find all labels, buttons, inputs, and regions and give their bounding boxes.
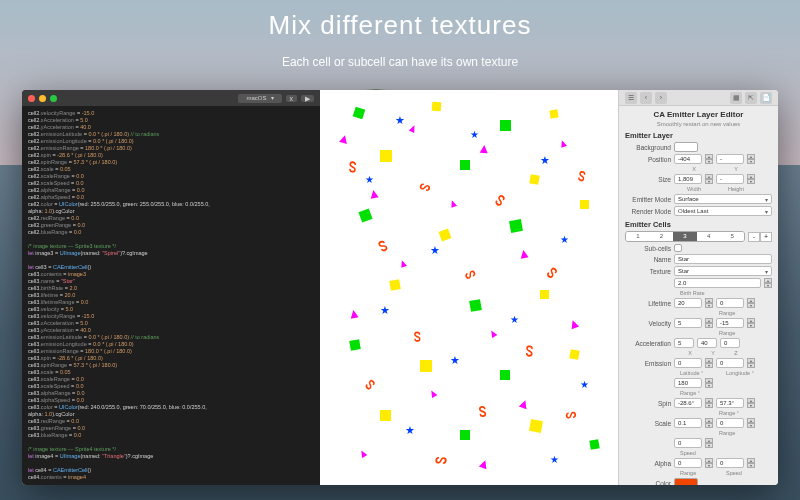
texture-select[interactable]: Star [674,266,772,276]
size-w-stepper[interactable]: ▴▾ [705,174,713,184]
inspector-subtitle: Smoothly restart on new values [625,121,772,127]
accel-label: Acceleration [625,340,671,347]
inspector-title: CA Emitter Layer Editor [625,110,772,119]
background-label: Background [625,144,671,151]
cell-remove-button[interactable]: - [748,232,760,242]
grid-icon[interactable]: ▦ [730,92,742,104]
window-titlebar: macOS▾ x ▶ [22,90,320,106]
emission-lon-field[interactable]: 0 [716,358,744,368]
render-mode-select[interactable]: Oldest Last [674,206,772,216]
velocity-field[interactable]: 5 [674,318,702,328]
subcells-checkbox[interactable] [674,244,682,252]
close-preview-button[interactable]: x [286,95,298,102]
scale-range-field[interactable]: 0 [716,418,744,428]
scale-label: Scale [625,420,671,427]
accel-y-field[interactable]: 40 [697,338,717,348]
play-button[interactable]: ▶ [301,95,314,102]
position-label: Position [625,156,671,163]
emission-range-field[interactable]: 180 [674,378,702,388]
inspector-toolbar: ☰ ‹ › ▦ ⇱ 📄 [619,90,778,106]
nav-fwd-icon[interactable]: › [655,92,667,104]
sidebar-toggle-icon[interactable]: ☰ [625,92,637,104]
color-label: Color [625,480,671,486]
velocity-range-field[interactable]: -15 [716,318,744,328]
birthrate-stepper[interactable]: ▴▾ [764,278,772,288]
lifetime-range-field[interactable]: 0 [716,298,744,308]
section-emitter-layer: Emitter Layer [625,131,772,140]
lifetime-field[interactable]: 20 [674,298,702,308]
accel-x-field[interactable]: 5 [674,338,694,348]
emission-label: Emission [625,360,671,367]
birthrate-field[interactable]: 2.0 [674,278,761,288]
size-w-field[interactable]: 1,809 [674,174,702,184]
spin-label: Spin [625,400,671,407]
code-editor[interactable]: cell2.velocityRange = -15.0cell2.xAccele… [22,106,320,485]
inspector-panel: ☰ ‹ › ▦ ⇱ 📄 CA Emitter Layer Editor Smoo… [618,90,778,485]
nav-back-icon[interactable]: ‹ [640,92,652,104]
section-emitter-cells: Emitter Cells [625,220,772,229]
cell-add-button[interactable]: + [760,232,772,242]
texture-label: Texture [625,268,671,275]
app-window: macOS▾ x ▶ cell2.velocityRange = -15.0ce… [22,90,778,485]
particle-preview-canvas: ★★★★★★★★★★★★ᔕᔕᔕᔕᔕᔕᔕᔕᔕᔕᔕᔕᔕ [320,90,618,485]
color-swatch[interactable] [674,478,698,485]
emitter-mode-label: Emitter Mode [625,196,671,203]
position-x-stepper[interactable]: ▴▾ [705,154,713,164]
background-swatch[interactable] [674,142,698,152]
size-h-stepper[interactable]: ▴▾ [747,174,755,184]
emitter-mode-select[interactable]: Surface [674,194,772,204]
minimize-traffic-light[interactable] [39,95,46,102]
scale-speed-field[interactable]: 0 [674,438,702,448]
doc-icon[interactable]: 📄 [760,92,772,104]
spin-range-field[interactable]: 57.3° [716,398,744,408]
alpha-speed-field[interactable]: 0 [716,458,744,468]
name-field[interactable]: Star [674,254,772,264]
position-y-stepper[interactable]: ▴▾ [747,154,755,164]
alpha-range-field[interactable]: 0 [674,458,702,468]
render-mode-label: Render Mode [625,208,671,215]
close-traffic-light[interactable] [28,95,35,102]
inspector-body: CA Emitter Layer Editor Smoothly restart… [619,106,778,485]
code-pane: macOS▾ x ▶ cell2.velocityRange = -15.0ce… [22,90,320,485]
platform-dropdown[interactable]: macOS▾ [238,94,281,103]
name-label: Name [625,256,671,263]
promo-title: Mix different textures [0,10,800,41]
accel-z-field[interactable]: 0 [720,338,740,348]
position-y-field[interactable]: - [716,154,744,164]
lifetime-label: Lifetime [625,300,671,307]
velocity-label: Velocity [625,320,671,327]
scale-field[interactable]: 0.1 [674,418,702,428]
spin-field[interactable]: -28.6° [674,398,702,408]
link-icon[interactable]: ⇱ [745,92,757,104]
size-label: Size [625,176,671,183]
promo-subtitle: Each cell or subcell can have its own te… [0,55,800,69]
emission-lat-field[interactable]: 0 [674,358,702,368]
size-h-field[interactable]: - [716,174,744,184]
promo-hero: Mix different textures Each cell or subc… [0,10,800,69]
zoom-traffic-light[interactable] [50,95,57,102]
position-x-field[interactable]: -404 [674,154,702,164]
subcells-label: Sub-cells [625,245,671,252]
alpha-label: Alpha [625,460,671,467]
cell-pager[interactable]: 12345 [625,231,745,242]
